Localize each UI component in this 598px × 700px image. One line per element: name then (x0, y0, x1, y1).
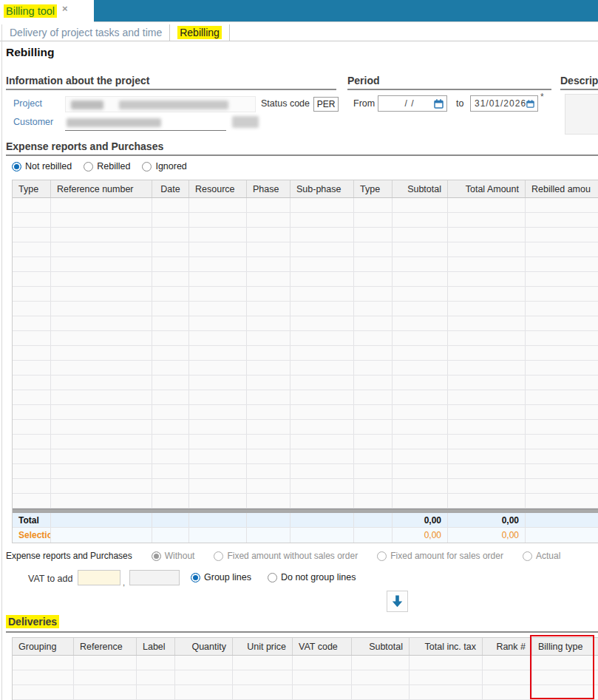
table-row[interactable] (13, 316, 598, 331)
section-title-period: Period (347, 75, 551, 90)
table-row[interactable] (13, 420, 598, 435)
column-header[interactable]: Type (13, 180, 51, 197)
radio-actual[interactable]: Actual (523, 551, 560, 561)
radio-group-lines[interactable]: Group lines (191, 572, 251, 582)
table-cell (189, 316, 247, 330)
vat-integer-input[interactable] (78, 570, 120, 585)
table-cell (189, 494, 247, 508)
column-header[interactable]: Subtotal (393, 180, 448, 197)
radio-do-not-group-lines[interactable]: Do not group lines (268, 572, 356, 582)
column-header[interactable]: Total Amount (448, 180, 526, 197)
table-cell (526, 257, 598, 271)
radio-ignored[interactable]: Ignored (142, 161, 186, 171)
radio-without[interactable]: Without (152, 551, 195, 561)
table-cell (51, 198, 152, 212)
column-header[interactable]: Sub-phase (290, 180, 354, 197)
column-header[interactable]: Phase (247, 180, 290, 197)
table-cell (526, 287, 598, 301)
column-header[interactable]: Total inc. tax (410, 638, 483, 655)
table-cell (247, 213, 290, 227)
table-row[interactable] (13, 302, 598, 316)
table-cell (152, 272, 189, 286)
column-header[interactable]: Unit price (233, 638, 293, 655)
table-cell (526, 361, 598, 375)
table-row[interactable] (13, 287, 598, 302)
table-row[interactable] (13, 656, 598, 670)
table-row[interactable] (13, 346, 598, 361)
table-cell (13, 228, 51, 242)
table-row[interactable] (13, 198, 598, 213)
to-date-input[interactable]: 31/01/2026 (470, 95, 538, 112)
table-cell (189, 346, 247, 360)
description-field[interactable] (565, 94, 598, 135)
table-cell (448, 390, 526, 404)
billing-mode-radios: Expense reports and Purchases Without Fi… (6, 551, 560, 561)
column-header[interactable]: Date (152, 180, 189, 197)
radio-fixed-without-sales-order[interactable]: Fixed amount without sales order (214, 551, 358, 561)
column-header[interactable]: Quantity (175, 638, 233, 655)
table-cell (526, 198, 598, 212)
table-row[interactable] (13, 272, 598, 287)
column-header[interactable]: Grouping (13, 638, 74, 655)
column-header[interactable]: Resource (189, 180, 247, 197)
column-header[interactable]: Billing type (532, 638, 594, 655)
radio-not-rebilled[interactable]: Not rebilled (12, 161, 72, 171)
radio-icon (214, 551, 223, 561)
transfer-down-button[interactable] (387, 591, 408, 612)
table-cell (51, 213, 152, 227)
table-cell (13, 656, 74, 670)
project-field[interactable] (65, 96, 256, 112)
table-row[interactable] (13, 213, 598, 228)
close-icon[interactable]: × (62, 3, 68, 14)
table-row[interactable] (13, 685, 598, 700)
radio-fixed-for-sales-order[interactable]: Fixed amount for sales order (377, 551, 503, 561)
table-row[interactable] (13, 242, 598, 257)
table-cell (51, 316, 152, 330)
table-cell (526, 479, 598, 493)
table-row[interactable] (13, 464, 598, 479)
table-row[interactable] (13, 449, 598, 464)
tab-rebilling-label: Rebilling (177, 26, 222, 39)
table-row[interactable] (13, 361, 598, 376)
table-row[interactable] (13, 390, 598, 405)
customer-field[interactable] (65, 115, 226, 131)
table-cell (13, 302, 51, 316)
document-tab-billing-tool[interactable]: Billing tool × (0, 0, 94, 22)
status-code-value[interactable]: PER (313, 97, 339, 112)
vat-decimal-input[interactable] (129, 570, 180, 585)
table-row[interactable] (13, 435, 598, 449)
table-row[interactable] (13, 331, 598, 346)
column-header[interactable]: Type (354, 180, 393, 197)
table-cell (354, 405, 393, 419)
column-header[interactable]: Label (137, 638, 175, 655)
radio-icon (142, 162, 152, 171)
table-row[interactable] (13, 228, 598, 242)
column-header[interactable]: VAT code (293, 638, 352, 655)
table-cell (290, 228, 354, 242)
tab-delivery-of-project-tasks[interactable]: Delivery of project tasks and time (2, 24, 170, 41)
table-cell (152, 213, 189, 227)
radio-rebilled[interactable]: Rebilled (84, 161, 130, 171)
table-row[interactable] (13, 494, 598, 509)
table-row[interactable] (13, 670, 598, 685)
table-cell (189, 405, 247, 419)
table-cell (448, 213, 526, 227)
from-date-input[interactable]: / / (378, 95, 447, 112)
column-header[interactable]: Subtotal (352, 638, 410, 655)
calendar-icon[interactable] (434, 99, 444, 109)
table-cell (354, 331, 393, 345)
column-header[interactable]: Rebilled amou (526, 180, 598, 197)
table-cell (51, 494, 152, 508)
column-header[interactable]: Reference number (51, 180, 152, 197)
calendar-icon[interactable] (526, 99, 534, 109)
tab-rebilling[interactable]: Rebilling (170, 24, 230, 41)
table-cell (152, 390, 189, 404)
column-header[interactable]: Reference (74, 638, 137, 655)
table-row[interactable] (13, 257, 598, 272)
table-row[interactable] (13, 405, 598, 420)
table-cell (448, 198, 526, 212)
table-row[interactable] (13, 376, 598, 390)
column-header[interactable]: Rank # (483, 638, 532, 655)
table-row[interactable] (13, 479, 598, 494)
table-cell (13, 331, 51, 345)
